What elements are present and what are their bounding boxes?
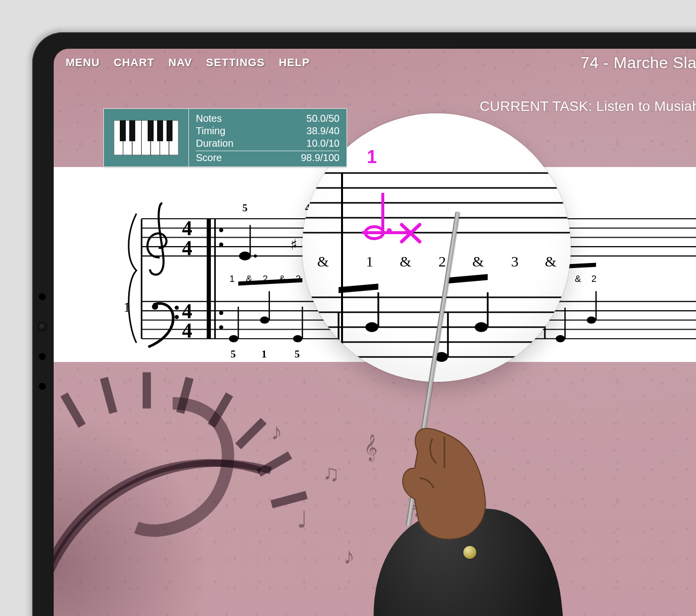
svg-point-101 — [54, 383, 302, 616]
svg-text:&: & — [575, 273, 581, 284]
svg-point-29 — [219, 228, 223, 232]
stat-value: 38.9/40 — [306, 125, 340, 137]
svg-text:1: 1 — [230, 273, 235, 284]
svg-point-23 — [152, 304, 158, 310]
svg-point-59 — [556, 335, 565, 343]
song-title: 74 - Marche Slave — [581, 54, 696, 72]
stat-row-notes: Notes 50.0/50 — [196, 112, 340, 125]
svg-text:&: & — [400, 253, 411, 269]
conductor-hand — [370, 409, 514, 553]
svg-text:♫: ♫ — [323, 460, 340, 486]
svg-point-30 — [219, 243, 223, 247]
svg-rect-9 — [129, 120, 135, 141]
menu-item-nav[interactable]: NAV — [169, 56, 192, 69]
svg-text:3: 3 — [511, 253, 519, 269]
menu-item-chart[interactable]: CHART — [114, 56, 155, 69]
svg-rect-8 — [120, 120, 126, 141]
svg-text:&: & — [545, 253, 556, 269]
svg-rect-108 — [257, 451, 292, 477]
svg-text:1: 1 — [366, 253, 373, 269]
menu-item-help[interactable]: HELP — [279, 56, 310, 69]
menu-item-settings[interactable]: SETTINGS — [206, 56, 265, 69]
svg-point-46 — [293, 335, 303, 343]
svg-point-97 — [475, 322, 488, 332]
svg-rect-99 — [339, 284, 378, 293]
svg-rect-107 — [235, 418, 266, 449]
stat-label: Duration — [196, 138, 234, 149]
treble-clef-icon — [148, 203, 167, 275]
current-task-banner: CURRENT TASK: Listen to Musiah's fe — [480, 98, 696, 114]
stat-value: 50.0/50 — [306, 113, 340, 124]
svg-text:♪: ♪ — [343, 543, 354, 569]
svg-point-31 — [219, 311, 223, 315]
piano-keyboard-icon — [114, 120, 178, 155]
svg-text:♪: ♪ — [271, 419, 282, 444]
lens-counts: & 1 & 2 & 3 & — [317, 253, 556, 269]
svg-point-36 — [254, 255, 257, 258]
svg-point-42 — [229, 335, 239, 343]
svg-text:2: 2 — [592, 273, 597, 284]
svg-point-25 — [174, 315, 178, 319]
svg-text:5: 5 — [231, 348, 236, 359]
lens-fingering: 1 — [367, 147, 377, 167]
cufflink-icon — [463, 546, 476, 559]
piano-keyboard-button[interactable] — [103, 108, 189, 167]
svg-point-24 — [174, 306, 178, 310]
menu-item-menu[interactable]: MENU — [66, 56, 100, 69]
svg-point-93 — [365, 322, 378, 332]
bass-clef-icon — [148, 303, 178, 347]
tablet-side-sensors — [39, 293, 46, 390]
svg-rect-102 — [61, 392, 86, 428]
svg-text:2: 2 — [438, 253, 446, 269]
stat-label: Score — [196, 152, 222, 164]
svg-rect-105 — [176, 377, 193, 414]
stat-row-timing: Timing 38.9/40 — [196, 125, 340, 137]
stat-value: 98.9/100 — [301, 152, 340, 164]
svg-rect-109 — [270, 491, 308, 508]
top-menu-bar: MENU CHART NAV SETTINGS HELP 74 - Marche… — [54, 49, 696, 77]
current-task-text: Listen to Musiah's fe — [596, 98, 696, 114]
svg-rect-10 — [148, 120, 154, 141]
tablet-camera — [39, 323, 46, 330]
svg-rect-106 — [208, 392, 233, 428]
svg-rect-12 — [167, 120, 173, 141]
svg-text:&: & — [279, 273, 285, 284]
svg-text:2: 2 — [262, 273, 267, 284]
svg-text:&: & — [317, 253, 329, 269]
app-screen: MENU CHART NAV SETTINGS HELP 74 - Marche… — [54, 49, 696, 616]
current-task-label: CURRENT TASK: — [480, 98, 592, 114]
svg-text:&: & — [246, 273, 253, 284]
svg-text:1: 1 — [261, 348, 266, 359]
stat-row-total: Score 98.9/100 — [196, 151, 340, 164]
svg-point-44 — [260, 317, 269, 324]
svg-rect-11 — [157, 120, 163, 141]
bass-notes-bar1: 5 1 5 — [229, 278, 303, 359]
svg-rect-100 — [448, 274, 488, 283]
svg-text:♯: ♯ — [290, 237, 297, 253]
lens-bass-notes — [326, 274, 488, 362]
svg-point-61 — [587, 317, 596, 324]
stat-row-duration: Duration 10.0/10 — [196, 137, 340, 150]
svg-point-34 — [240, 253, 250, 260]
timesig-bot-treble: 4 — [182, 237, 192, 260]
svg-text:3: 3 — [296, 273, 301, 284]
svg-text:5: 5 — [243, 202, 248, 213]
score-stats: Notes 50.0/50 Timing 38.9/40 Duration 10… — [189, 108, 347, 167]
svg-point-32 — [219, 325, 223, 329]
stat-label: Timing — [196, 125, 225, 137]
system-number: 1 — [123, 300, 130, 315]
svg-rect-104 — [143, 372, 151, 409]
svg-text:5: 5 — [295, 348, 300, 359]
svg-text:♩: ♩ — [297, 507, 308, 532]
stat-label: Notes — [196, 113, 222, 124]
score-panel: Notes 50.0/50 Timing 38.9/40 Duration 10… — [103, 108, 347, 167]
highlighted-note: 1 — [362, 147, 420, 242]
timesig-bot-bass: 4 — [182, 319, 192, 342]
svg-text:&: & — [472, 253, 484, 269]
svg-rect-103 — [100, 377, 117, 414]
stat-value: 10.0/10 — [306, 138, 340, 149]
